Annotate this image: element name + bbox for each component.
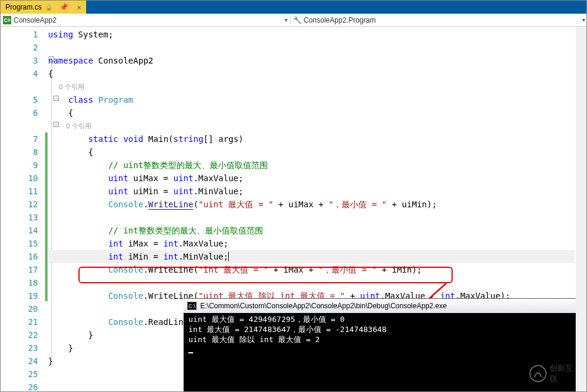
title-bar: Program.cs 🔒 📌 × [1,1,586,14]
cursor-icon [188,352,193,353]
csharp-icon: C# [3,16,11,24]
class-icon: 🔧 [293,16,301,24]
chevron-down-icon: ▾ [285,17,288,23]
close-icon[interactable]: × [77,3,81,12]
lock-icon: 🔒 [45,4,52,11]
chevron-down-icon: ▾ [582,17,585,23]
line-number-gutter: 1 2 3 4 5 6 7 8 9 10 11 12 13 14 15 16 1… [1,27,45,392]
current-line: int iMin = int.MinValue; [48,250,575,263]
file-tab[interactable]: Program.cs 🔒 📌 × [1,1,86,14]
codelens-method[interactable]: 0 个引用 [67,122,91,129]
annotation-box [78,267,453,283]
vertical-scrollbar[interactable] [576,27,586,392]
project-dropdown[interactable]: C# ConsoleApp2 ▾ [1,16,291,24]
console-path: E:\Common\Custom\ConsoleApp2\ConsoleApp2… [200,302,447,310]
watermark: 创新互联 [529,362,579,385]
console-output: uint 最大值 = 4294967295，最小值 = 0int 最大值 = 2… [184,313,586,357]
console-window: C:\ E:\Common\Custom\ConsoleApp2\Console… [184,298,586,392]
code-editor[interactable]: 1 2 3 4 5 6 7 8 9 10 11 12 13 14 15 16 1… [1,27,586,392]
watermark-logo-icon [529,364,547,383]
watermark-text: 创新互联 [550,363,579,384]
navigation-bar: C# ConsoleApp2 ▾ 🔧 ConsoleApp2.Program ▾ [1,14,586,27]
project-name: ConsoleApp2 [14,16,56,24]
cmd-icon: C:\ [187,302,197,310]
console-titlebar[interactable]: C:\ E:\Common\Custom\ConsoleApp2\Console… [184,299,586,313]
class-name: ConsoleApp2.Program [304,16,375,24]
codelens-class[interactable]: 0 个引用 [59,83,84,90]
class-dropdown[interactable]: 🔧 ConsoleApp2.Program ▾ [291,16,587,24]
pin-icon[interactable]: 📌 [59,3,68,11]
tab-filename: Program.cs [5,3,42,11]
